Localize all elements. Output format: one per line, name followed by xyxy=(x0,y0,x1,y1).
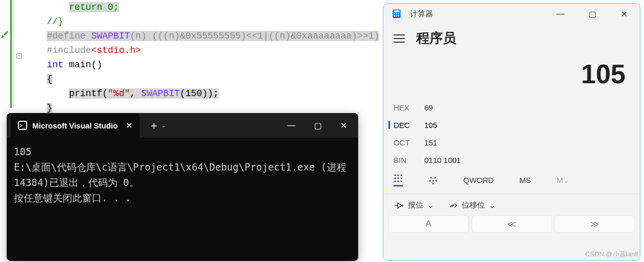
keypad-mode-button[interactable] xyxy=(394,174,403,186)
calculator-toolbar: QWORD MS M⌄ xyxy=(383,169,640,190)
full-keypad-icon xyxy=(394,174,403,183)
base-row-bin[interactable]: BIN0110 1001 xyxy=(394,151,630,169)
svg-point-10 xyxy=(401,175,402,176)
svg-point-21 xyxy=(436,180,437,181)
calculator-titlebar[interactable]: 计算器 — ▢ ✕ xyxy=(383,4,640,24)
calc-key[interactable]: ≪ xyxy=(472,215,552,233)
svg-point-13 xyxy=(401,178,402,179)
calc-key[interactable]: ≫ xyxy=(555,215,635,233)
svg-point-18 xyxy=(435,177,436,178)
maximize-button[interactable]: ▢ xyxy=(588,9,597,19)
terminal-app-icon: >_ xyxy=(18,121,27,130)
code-editor[interactable]: − return 0; //} #define SWAPBIT(n) (((n)… xyxy=(0,0,377,108)
svg-rect-1 xyxy=(394,10,400,12)
memory-store-button[interactable]: MS xyxy=(519,176,531,184)
new-tab-button[interactable]: ＋ xyxy=(149,119,159,133)
base-list: HEX69DEC105OCT151BIN0110 1001 xyxy=(383,99,640,169)
code-line[interactable]: //} xyxy=(10,14,377,29)
terminal-window: >_ Microsoft Visual Studio ✕ ＋ ⌄ — ▢ ✕ 1… xyxy=(7,113,358,261)
svg-point-20 xyxy=(433,180,434,181)
svg-rect-6 xyxy=(396,15,397,17)
svg-point-16 xyxy=(401,181,402,182)
base-row-hex[interactable]: HEX69 xyxy=(394,99,630,116)
terminal-tab[interactable]: >_ Microsoft Visual Studio ✕ xyxy=(11,113,140,138)
terminal-titlebar[interactable]: >_ Microsoft Visual Studio ✕ ＋ ⌄ — ▢ ✕ xyxy=(7,113,358,138)
calculator-app-icon xyxy=(392,9,402,19)
bit-toggle-mode-button[interactable] xyxy=(428,176,438,185)
code-line[interactable]: #include<stdio.h> xyxy=(10,43,377,58)
terminal-output[interactable]: 105 E:\桌面\代码仓库\c语言\Project1\x64\Debug\Pr… xyxy=(7,138,358,212)
paintbrush-icon xyxy=(0,30,9,39)
calculator-display: 105 xyxy=(383,51,640,99)
base-value: 105 xyxy=(424,121,437,129)
base-label: HEX xyxy=(394,103,424,112)
code-line[interactable]: return 0; xyxy=(10,0,377,14)
minimize-button[interactable]: — xyxy=(556,9,565,19)
svg-point-11 xyxy=(395,178,396,179)
maximize-button[interactable]: ▢ xyxy=(314,121,322,130)
svg-point-19 xyxy=(430,180,431,181)
terminal-tab-title: Microsoft Visual Studio xyxy=(32,121,118,130)
code-line[interactable]: { xyxy=(10,72,377,86)
close-button[interactable]: ✕ xyxy=(619,9,629,19)
code-line[interactable]: int main() xyxy=(10,58,377,72)
svg-rect-2 xyxy=(394,13,395,14)
code-line[interactable]: printf("%d", SWAPBIT(150)); xyxy=(10,86,377,101)
base-value: 151 xyxy=(424,138,437,147)
minimize-button[interactable]: — xyxy=(287,121,296,130)
calculator-keys: A≪≫ xyxy=(383,215,640,233)
base-label: DEC xyxy=(394,121,424,129)
svg-point-9 xyxy=(398,175,399,176)
bitshift-dropdown[interactable]: 位移位 ⌄ xyxy=(448,200,496,210)
bitshift-icon xyxy=(448,202,458,209)
svg-rect-3 xyxy=(396,13,397,14)
watermark: CSDN @小蓝lanll xyxy=(585,250,638,259)
close-button[interactable]: ✕ xyxy=(340,121,347,130)
memory-dropdown[interactable]: M⌄ xyxy=(557,176,570,185)
calculator-window: 计算器 — ▢ ✕ 程序员 105 HEX69DEC105OCT151BIN01… xyxy=(383,3,640,261)
menu-icon[interactable] xyxy=(394,34,405,43)
bitshift-label: 位移位 xyxy=(462,200,485,210)
chevron-down-icon: ⌄ xyxy=(489,201,496,210)
word-size-button[interactable]: QWORD xyxy=(463,176,494,184)
calc-key[interactable]: A xyxy=(388,215,469,233)
calculator-title: 计算器 xyxy=(410,9,433,19)
svg-point-12 xyxy=(398,178,399,179)
chevron-down-icon: ⌄ xyxy=(427,201,434,210)
bit-keypad-icon xyxy=(428,176,438,185)
svg-point-15 xyxy=(398,181,399,182)
svg-point-22 xyxy=(433,182,434,184)
bitwise-dropdown[interactable]: 按位 ⌄ xyxy=(394,200,434,210)
calculator-mode: 程序员 xyxy=(416,29,456,47)
bitwise-icon xyxy=(394,202,404,209)
svg-point-17 xyxy=(431,177,432,178)
base-value: 0110 1001 xyxy=(424,156,461,164)
bitwise-label: 按位 xyxy=(408,200,423,210)
base-row-dec[interactable]: DEC105 xyxy=(394,116,630,134)
base-label: BIN xyxy=(394,156,424,164)
base-row-oct[interactable]: OCT151 xyxy=(394,134,630,151)
close-icon[interactable]: ✕ xyxy=(126,121,132,130)
svg-point-14 xyxy=(395,181,396,182)
svg-rect-5 xyxy=(394,15,395,17)
base-value: 69 xyxy=(424,103,433,112)
base-label: OCT xyxy=(394,138,424,147)
code-line[interactable]: #define SWAPBIT(n) (((n)&0x55555555)<<1|… xyxy=(10,29,377,43)
chevron-down-icon[interactable]: ⌄ xyxy=(161,122,166,129)
svg-rect-7 xyxy=(398,15,400,17)
svg-rect-4 xyxy=(398,13,400,14)
svg-point-8 xyxy=(395,175,396,176)
